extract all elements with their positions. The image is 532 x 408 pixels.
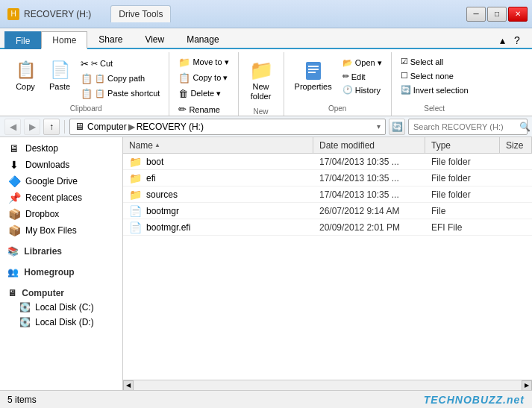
copy-button[interactable]: 📋 Copy — [9, 55, 42, 94]
status-bar: 5 items TECHNOBUZZ.net — [0, 390, 532, 408]
copy-to-icon: 📋 — [178, 72, 190, 84]
sidebar-computer-section: 🖥 Computer — [0, 285, 122, 300]
separator — [64, 120, 65, 134]
horizontal-scrollbar[interactable]: ◀ ▶ — [123, 380, 532, 390]
clipboard-group-label: Clipboard — [70, 103, 102, 114]
dropdown-arrow-icon[interactable]: ▾ — [377, 122, 381, 131]
rename-button[interactable]: ✏ Rename — [175, 102, 223, 116]
recentplaces-icon: 📌 — [7, 192, 21, 204]
table-row[interactable]: 📁 sources 17/04/2013 10:35 ... File fold… — [123, 186, 532, 203]
sidebar-homegroup-section: 👥 Homegroup — [0, 264, 122, 279]
file-rows: 📁 boot 17/04/2013 10:35 ... File folder … — [123, 154, 532, 380]
new-group-label: New — [254, 106, 269, 117]
move-icon: 📁 — [178, 57, 190, 68]
tab-view[interactable]: View — [134, 30, 175, 48]
address-drive[interactable]: RECOVERY (H:) — [137, 122, 204, 132]
select-group-label: Select — [424, 103, 445, 114]
close-button[interactable]: ✕ — [508, 7, 528, 22]
sidebar-item-myboxfiles[interactable]: 📦 My Box Files — [0, 222, 122, 239]
select-none-button[interactable]: ☐ Select none — [398, 69, 457, 82]
select-all-icon: ☑ — [401, 57, 408, 66]
edit-button[interactable]: ✏ Edit — [339, 70, 385, 83]
sidebar-item-dropbox[interactable]: 📦 Dropbox — [0, 206, 122, 222]
open-button[interactable]: 📂 Open ▾ — [339, 57, 385, 69]
tab-share[interactable]: Share — [87, 30, 134, 48]
col-name-header[interactable]: Name ▲ — [123, 137, 313, 153]
search-input[interactable] — [413, 122, 516, 131]
scroll-right-button[interactable]: ▶ — [522, 380, 532, 391]
properties-button[interactable]: Properties — [290, 55, 337, 94]
folder-icon: 📁 — [129, 189, 142, 201]
tab-file[interactable]: File — [4, 31, 41, 49]
help-button[interactable]: ? — [510, 33, 525, 48]
scroll-track[interactable] — [134, 380, 522, 391]
table-row[interactable]: 📄 bootmgr.efi 20/09/2012 2:01 PM EFI Fil… — [123, 219, 532, 236]
rename-icon: ✏ — [178, 104, 187, 115]
invert-selection-button[interactable]: 🔄 Invert selection — [398, 84, 472, 96]
sidebar-item-locald[interactable]: 💽 Local Disk (D:) — [0, 315, 122, 330]
col-date-header[interactable]: Date modified — [313, 137, 425, 153]
ribbon-collapse-button[interactable]: ▴ — [495, 33, 510, 48]
col-size-header[interactable]: Size — [500, 137, 532, 153]
title-bar: H RECOVERY (H:) Drive Tools ─ □ ✕ — [0, 0, 532, 28]
sidebar-item-desktop[interactable]: 🖥 Desktop — [0, 140, 122, 157]
myboxfiles-icon: 📦 — [7, 225, 21, 236]
svg-rect-3 — [308, 72, 316, 73]
sidebar-item-downloads[interactable]: ⬇ Downloads — [0, 157, 122, 173]
file-list-area: Name ▲ Date modified Type Size 📁 boot 17… — [123, 137, 532, 390]
history-button[interactable]: 🕐 History — [339, 84, 385, 96]
table-row[interactable]: 📁 efi 17/04/2013 10:35 ... File folder — [123, 170, 532, 186]
search-box[interactable]: 🔍 — [408, 119, 528, 135]
quick-access-bar: ◀ ▶ ↑ 🖥 Computer ▶ RECOVERY (H:) ▾ 🔄 🔍 — [0, 116, 532, 137]
maximize-button[interactable]: □ — [487, 7, 507, 22]
libraries-icon: 📚 — [7, 246, 19, 257]
address-bar[interactable]: 🖥 Computer ▶ RECOVERY (H:) ▾ — [69, 119, 386, 135]
copy-to-button[interactable]: 📋 Copy to ▾ — [175, 71, 231, 85]
cut-button[interactable]: ✂ ✂ Cut — [78, 57, 163, 71]
table-row[interactable]: 📄 bootmgr 26/07/2012 9:14 AM File — [123, 203, 532, 219]
address-path: Computer ▶ RECOVERY (H:) — [87, 122, 374, 132]
ribbon-group-clipboard: 📋 Copy 📄 Paste ✂ ✂ Cut 📋 📋 Copy path 📋 — [3, 52, 169, 116]
delete-icon: 🗑 — [178, 88, 188, 99]
paste-button[interactable]: 📄 Paste — [43, 55, 76, 94]
scroll-left-button[interactable]: ◀ — [123, 380, 134, 391]
svg-rect-0 — [306, 62, 321, 80]
select-all-button[interactable]: ☑ Select all — [398, 55, 447, 68]
minimize-button[interactable]: ─ — [466, 7, 486, 22]
sidebar-item-googledrive[interactable]: 🔷 Google Drive — [0, 173, 122, 189]
googledrive-icon: 🔷 — [7, 175, 21, 187]
desktop-icon: 🖥 — [7, 142, 21, 154]
refresh-button[interactable]: 🔄 — [389, 119, 405, 135]
app-icon: H — [7, 8, 19, 20]
ribbon-group-select: ☑ Select all ☐ Select none 🔄 Invert sele… — [392, 52, 478, 116]
tab-manage[interactable]: Manage — [175, 30, 230, 48]
homegroup-icon: 👥 — [7, 267, 19, 277]
table-row[interactable]: 📁 boot 17/04/2013 10:35 ... File folder — [123, 154, 532, 170]
file-list-header: Name ▲ Date modified Type Size — [123, 137, 532, 154]
ribbon-group-open: Properties 📂 Open ▾ ✏ Edit 🕐 History Ope… — [284, 52, 392, 116]
paste-icon: 📄 — [48, 58, 72, 82]
copy-path-icon: 📋 — [81, 73, 93, 84]
copy-path-button[interactable]: 📋 📋 Copy path — [78, 72, 163, 86]
folder-icon: 📁 — [129, 156, 142, 168]
forward-button[interactable]: ▶ — [24, 119, 40, 135]
address-computer[interactable]: Computer — [87, 122, 127, 132]
move-to-button[interactable]: 📁 Move to ▾ — [175, 55, 231, 69]
svg-rect-2 — [308, 69, 319, 70]
sidebar-item-localc[interactable]: 💽 Local Disk (C:) — [0, 300, 122, 315]
drive-tools-tab[interactable]: Drive Tools — [110, 5, 171, 22]
delete-button[interactable]: 🗑 Delete ▾ — [175, 87, 224, 101]
sort-arrow-icon: ▲ — [154, 142, 160, 148]
new-folder-button[interactable]: 📁 Newfolder — [245, 55, 278, 104]
paste-shortcut-button[interactable]: 📋 📋 Paste shortcut — [78, 87, 163, 101]
back-button[interactable]: ◀ — [4, 119, 21, 135]
address-computer-icon: 🖥 — [75, 121, 84, 132]
invert-icon: 🔄 — [401, 85, 411, 95]
up-button[interactable]: ↑ — [43, 119, 60, 135]
tab-home[interactable]: Home — [41, 31, 87, 49]
sidebar-item-recentplaces[interactable]: 📌 Recent places — [0, 189, 122, 206]
col-type-header[interactable]: Type — [425, 137, 500, 153]
file-icon: 📄 — [129, 222, 142, 233]
new-folder-icon: 📁 — [249, 58, 273, 82]
ribbon: 📋 Copy 📄 Paste ✂ ✂ Cut 📋 📋 Copy path 📋 — [0, 49, 532, 116]
